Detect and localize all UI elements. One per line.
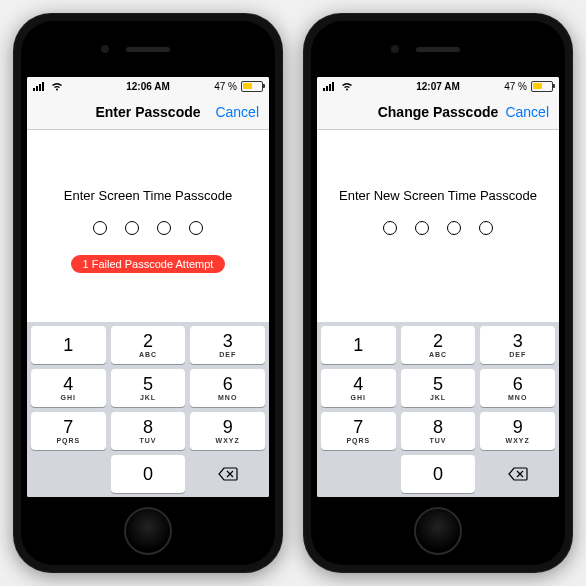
content-area: Enter Screen Time Passcode 1 Failed Pass…	[27, 130, 269, 322]
svg-rect-2	[39, 84, 41, 91]
key-0[interactable]: 0	[111, 455, 186, 493]
screen: 12:06 AM 47 % Enter Passcode Cancel Ente…	[27, 77, 269, 497]
battery-icon	[531, 81, 553, 92]
key-delete[interactable]	[480, 455, 555, 493]
prompt-text: Enter Screen Time Passcode	[64, 188, 232, 203]
content-area: Enter New Screen Time Passcode	[317, 130, 559, 322]
key-9[interactable]: 9WXYZ	[480, 412, 555, 450]
backspace-icon	[218, 467, 238, 481]
key-3[interactable]: 3DEF	[190, 326, 265, 364]
key-4[interactable]: 4GHI	[31, 369, 106, 407]
key-2[interactable]: 2ABC	[401, 326, 476, 364]
svg-rect-7	[332, 82, 334, 91]
prompt-text: Enter New Screen Time Passcode	[339, 188, 537, 203]
key-6[interactable]: 6MNO	[480, 369, 555, 407]
bezel-top	[311, 21, 565, 77]
status-bar: 12:06 AM 47 %	[27, 77, 269, 95]
number-keypad: 1 2ABC 3DEF 4GHI 5JKL 6MNO 7PQRS 8TUV 9W…	[317, 322, 559, 497]
passcode-dots	[383, 221, 493, 235]
status-time: 12:06 AM	[126, 81, 170, 92]
key-7[interactable]: 7PQRS	[321, 412, 396, 450]
key-blank	[31, 455, 106, 493]
phone-inner: 12:07 AM 47 % Change Passcode Cancel Ent…	[311, 21, 565, 565]
key-5[interactable]: 5JKL	[111, 369, 186, 407]
key-9[interactable]: 9WXYZ	[190, 412, 265, 450]
wifi-icon	[51, 82, 63, 91]
key-3[interactable]: 3DEF	[480, 326, 555, 364]
battery-percent: 47 %	[504, 81, 527, 92]
cancel-button[interactable]: Cancel	[215, 104, 259, 120]
home-button[interactable]	[414, 507, 462, 555]
passcode-dot	[383, 221, 397, 235]
nav-title: Enter Passcode	[95, 104, 200, 120]
svg-rect-1	[36, 86, 38, 91]
svg-rect-4	[323, 88, 325, 91]
key-2[interactable]: 2ABC	[111, 326, 186, 364]
number-keypad: 1 2ABC 3DEF 4GHI 5JKL 6MNO 7PQRS 8TUV 9W…	[27, 322, 269, 497]
screen: 12:07 AM 47 % Change Passcode Cancel Ent…	[317, 77, 559, 497]
nav-bar: Enter Passcode Cancel	[27, 95, 269, 130]
passcode-dot	[479, 221, 493, 235]
cancel-button[interactable]: Cancel	[505, 104, 549, 120]
svg-rect-0	[33, 88, 35, 91]
status-time: 12:07 AM	[416, 81, 460, 92]
key-6[interactable]: 6MNO	[190, 369, 265, 407]
key-1[interactable]: 1	[31, 326, 106, 364]
battery-percent: 47 %	[214, 81, 237, 92]
key-blank	[321, 455, 396, 493]
passcode-dots	[93, 221, 203, 235]
passcode-dot	[415, 221, 429, 235]
svg-rect-3	[42, 82, 44, 91]
phone-frame: 12:07 AM 47 % Change Passcode Cancel Ent…	[303, 13, 573, 573]
front-camera	[101, 45, 109, 53]
error-badge: 1 Failed Passcode Attempt	[71, 255, 226, 273]
phone-inner: 12:06 AM 47 % Enter Passcode Cancel Ente…	[21, 21, 275, 565]
signal-icon	[323, 82, 337, 91]
passcode-dot	[93, 221, 107, 235]
front-camera	[391, 45, 399, 53]
passcode-dot	[157, 221, 171, 235]
status-bar: 12:07 AM 47 %	[317, 77, 559, 95]
svg-rect-5	[326, 86, 328, 91]
key-8[interactable]: 8TUV	[111, 412, 186, 450]
bezel-top	[21, 21, 275, 77]
nav-title: Change Passcode	[378, 104, 499, 120]
key-5[interactable]: 5JKL	[401, 369, 476, 407]
passcode-dot	[189, 221, 203, 235]
phone-frame: 12:06 AM 47 % Enter Passcode Cancel Ente…	[13, 13, 283, 573]
key-7[interactable]: 7PQRS	[31, 412, 106, 450]
key-delete[interactable]	[190, 455, 265, 493]
key-4[interactable]: 4GHI	[321, 369, 396, 407]
key-0[interactable]: 0	[401, 455, 476, 493]
backspace-icon	[508, 467, 528, 481]
nav-bar: Change Passcode Cancel	[317, 95, 559, 130]
svg-rect-6	[329, 84, 331, 91]
passcode-dot	[125, 221, 139, 235]
speaker-grille	[126, 47, 170, 52]
home-button[interactable]	[124, 507, 172, 555]
speaker-grille	[416, 47, 460, 52]
key-8[interactable]: 8TUV	[401, 412, 476, 450]
wifi-icon	[341, 82, 353, 91]
key-1[interactable]: 1	[321, 326, 396, 364]
passcode-dot	[447, 221, 461, 235]
signal-icon	[33, 82, 47, 91]
battery-icon	[241, 81, 263, 92]
